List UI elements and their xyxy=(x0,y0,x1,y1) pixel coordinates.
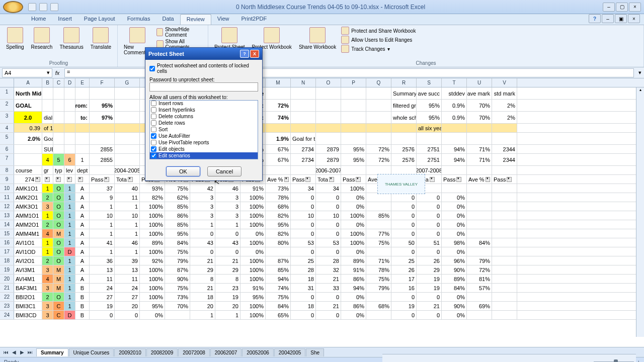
cell[interactable]: 0 xyxy=(417,311,442,319)
row-header[interactable]: 1 xyxy=(0,87,14,99)
cell[interactable] xyxy=(467,229,492,238)
column-header[interactable]: T xyxy=(442,78,467,87)
cell[interactable]: 100% xyxy=(140,265,165,274)
cell[interactable]: A xyxy=(75,265,90,274)
cell[interactable] xyxy=(53,133,64,144)
cell[interactable]: 28 xyxy=(316,256,341,265)
cell[interactable]: 0 xyxy=(391,211,417,220)
column-header[interactable]: E xyxy=(75,78,90,87)
cell[interactable]: 2576 xyxy=(391,145,417,153)
cell[interactable] xyxy=(64,175,75,184)
cell[interactable]: 84% xyxy=(442,284,467,292)
cell[interactable]: 95% xyxy=(165,229,190,238)
cell[interactable]: 16 xyxy=(391,284,417,292)
next-sheet-button[interactable]: ▶ xyxy=(18,349,26,355)
cell[interactable]: 28 xyxy=(291,265,316,274)
cell[interactable]: 100% xyxy=(240,238,266,247)
cell[interactable]: 1 xyxy=(64,202,75,211)
cell[interactable]: 3 xyxy=(42,265,53,274)
cell[interactable]: 79% xyxy=(366,284,391,292)
cell[interactable]: 4 xyxy=(42,275,53,283)
cell[interactable]: 20 xyxy=(190,302,215,310)
filter-button[interactable] xyxy=(329,177,334,182)
cell[interactable]: 0.9% xyxy=(442,100,467,111)
column-header[interactable]: V xyxy=(492,78,517,87)
cell[interactable]: 82% xyxy=(266,211,291,220)
cell[interactable]: 19 xyxy=(215,293,240,301)
cell[interactable] xyxy=(341,112,366,123)
cell[interactable]: 100% xyxy=(140,247,165,256)
cell[interactable]: 27 xyxy=(90,293,115,301)
cell[interactable] xyxy=(492,211,517,220)
filter-button[interactable] xyxy=(56,177,61,182)
cell[interactable]: 1 xyxy=(64,184,75,193)
cell[interactable]: 0 xyxy=(291,193,316,202)
cell[interactable]: 29 xyxy=(417,265,442,274)
cell[interactable] xyxy=(115,145,140,153)
cell[interactable]: 18 xyxy=(291,302,316,310)
cell[interactable] xyxy=(467,220,492,229)
cell[interactable]: filtered group xyxy=(391,100,417,111)
cell[interactable]: Goal for this collection of courses xyxy=(291,133,316,144)
cell[interactable] xyxy=(53,175,64,184)
cell[interactable]: std mark xyxy=(492,87,517,99)
cell[interactable]: 94% xyxy=(442,145,467,153)
cell[interactable]: 100% xyxy=(240,311,266,319)
cell[interactable]: 2 xyxy=(42,256,53,265)
cell[interactable] xyxy=(366,311,391,319)
cell[interactable]: 3 xyxy=(215,202,240,211)
cell[interactable] xyxy=(366,133,391,144)
cell[interactable]: 72% xyxy=(366,154,391,165)
row-header[interactable]: 12 xyxy=(0,202,14,211)
cell[interactable]: 0 xyxy=(417,247,442,256)
cell[interactable]: 2751 xyxy=(417,154,442,165)
cell[interactable]: 89% xyxy=(442,275,467,283)
cell[interactable] xyxy=(266,124,291,132)
cell[interactable]: 53 xyxy=(291,238,316,247)
permission-option[interactable]: Sort xyxy=(150,126,258,133)
cell[interactable]: 95% xyxy=(90,100,115,111)
filter-button[interactable] xyxy=(305,177,310,182)
cell[interactable]: Summary xyxy=(391,87,417,99)
cell[interactable]: 86% xyxy=(341,275,366,283)
cell[interactable]: 75% xyxy=(165,284,190,292)
cell[interactable]: 75% xyxy=(266,293,291,301)
cell[interactable]: 2734 xyxy=(291,154,316,165)
cell[interactable] xyxy=(492,166,517,174)
cell[interactable]: 0% xyxy=(442,229,467,238)
cell[interactable]: 68% xyxy=(366,302,391,310)
cell[interactable] xyxy=(75,133,90,144)
cell[interactable]: 24 xyxy=(115,284,140,292)
cell[interactable]: A xyxy=(75,247,90,256)
cell[interactable] xyxy=(291,100,316,111)
row-header[interactable]: 4 xyxy=(0,124,14,132)
cell[interactable]: 2751 xyxy=(417,145,442,153)
maximize-button[interactable]: ▢ xyxy=(616,3,628,12)
cell[interactable]: B xyxy=(75,302,90,310)
cell[interactable]: 32 xyxy=(316,265,341,274)
cell[interactable] xyxy=(442,166,467,174)
cell[interactable]: 0 xyxy=(391,220,417,229)
cell[interactable]: 21 xyxy=(190,284,215,292)
tab-page-layout[interactable]: Page Layout xyxy=(78,14,121,25)
cell[interactable]: 8 xyxy=(215,275,240,283)
tab-formulas[interactable]: Formulas xyxy=(121,14,156,25)
row-header[interactable]: 3 xyxy=(0,112,14,123)
cell[interactable]: 34 xyxy=(291,184,316,193)
cell[interactable]: 90% xyxy=(442,302,467,310)
cell[interactable]: 80% xyxy=(266,238,291,247)
cell[interactable] xyxy=(492,184,517,193)
cell[interactable] xyxy=(467,211,492,220)
cell[interactable]: M xyxy=(53,265,64,274)
cell[interactable]: 3 xyxy=(42,284,53,292)
cell[interactable]: of 1 Std Dev to improve xyxy=(42,124,53,132)
cell[interactable]: 86% xyxy=(165,211,190,220)
cell[interactable] xyxy=(467,184,492,193)
cell[interactable]: 0 xyxy=(291,293,316,301)
cell[interactable]: 70% xyxy=(165,302,190,310)
cell[interactable] xyxy=(14,154,42,165)
row-header[interactable]: 23 xyxy=(0,302,14,310)
cell[interactable]: 82% xyxy=(140,193,165,202)
cell[interactable]: 0.39 xyxy=(14,124,42,132)
cell[interactable]: 0 xyxy=(391,193,417,202)
